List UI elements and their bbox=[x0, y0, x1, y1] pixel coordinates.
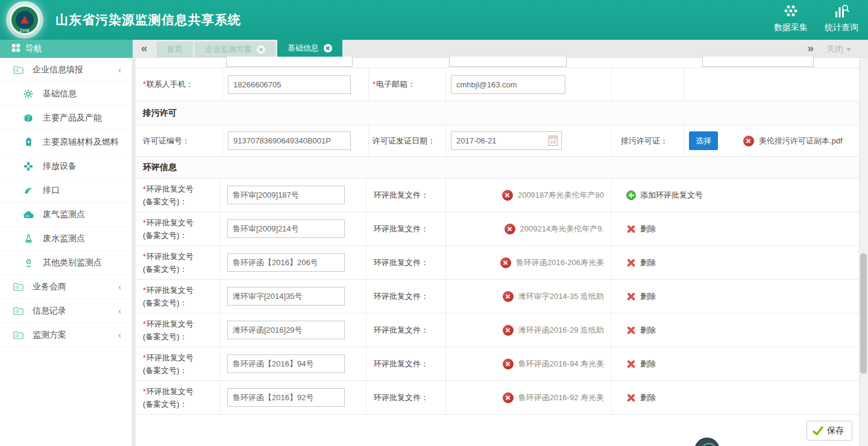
eia-file-label: 环评批复文件： bbox=[366, 313, 446, 347]
gas-cloud-icon: co bbox=[22, 210, 34, 219]
eia-file-label: 环评批复文件： bbox=[366, 212, 446, 245]
sidebar-item-waste-gas-points[interactable]: co 废气监测点 bbox=[0, 203, 132, 227]
eia-file-link[interactable]: 2009214寿光美伦年产9. bbox=[520, 224, 604, 234]
vertical-scrollbar-track[interactable] bbox=[859, 58, 868, 446]
nav-data-collection[interactable]: 数据采集 bbox=[774, 4, 808, 33]
sidebar-item-basic-info[interactable]: 基础信息 bbox=[0, 82, 132, 106]
calendar-icon[interactable]: 15 bbox=[549, 136, 558, 146]
eia-row: *环评批复文号 (备案文号)： 环评批复文件： 2009187寿光美伦年产80 … bbox=[136, 178, 859, 212]
sidebar-group-enterprise-info[interactable]: 企业信息填报 ‹ bbox=[0, 58, 132, 82]
close-tabs-label: 关闭 bbox=[826, 44, 843, 54]
location-icon bbox=[22, 258, 34, 268]
eia-file-link[interactable]: 鲁环评函2016-94 寿光美 bbox=[518, 359, 604, 369]
chevron-down-icon bbox=[846, 48, 851, 51]
eia-file-link[interactable]: 潍环评函2016-29 造纸助 bbox=[518, 325, 604, 336]
remove-file-icon[interactable] bbox=[743, 136, 754, 146]
remove-file-icon[interactable] bbox=[503, 291, 514, 302]
phone-label: *联系人手机： bbox=[136, 68, 223, 101]
delete-label: 删除 bbox=[640, 359, 656, 369]
eia-doc-no-input[interactable] bbox=[227, 253, 345, 272]
permit-section-title: 排污许可 bbox=[143, 108, 177, 119]
sidebar-item-waste-water-points[interactable]: 废水监测点 bbox=[0, 227, 132, 251]
sidebar-item-label: 主要产品及产能 bbox=[43, 113, 102, 124]
delete-eia-row-button[interactable]: 删除 bbox=[626, 392, 656, 403]
delete-eia-row-button[interactable]: 删除 bbox=[626, 325, 656, 336]
sidebar-item-other-points[interactable]: 其他类别监测点 bbox=[0, 251, 132, 275]
delete-eia-row-button[interactable]: 删除 bbox=[626, 359, 656, 369]
eia-row: *环评批复文号 (备案文号)： 环评批复文件： 鲁环评函2016-206寿光美 … bbox=[136, 246, 859, 280]
sidebar-item-raw-materials-fuel[interactable]: 主要原辅材料及燃料 bbox=[0, 130, 132, 154]
eia-file-link[interactable]: 鲁环评函2016-92 寿光美 bbox=[518, 392, 604, 403]
delete-label: 删除 bbox=[640, 325, 656, 336]
eia-doc-no-input[interactable] bbox=[227, 354, 345, 373]
eia-file-label: 环评批复文件： bbox=[366, 280, 446, 313]
choose-file-button[interactable]: 选择 bbox=[689, 131, 718, 150]
sidebar-group-label: 业务会商 bbox=[33, 281, 66, 292]
sidebar-item-main-products[interactable]: 主要产品及产能 bbox=[0, 106, 132, 130]
fuel-icon bbox=[22, 137, 34, 147]
remove-file-icon[interactable] bbox=[500, 257, 511, 268]
tabs-scroll-right-button[interactable]: » bbox=[807, 40, 814, 58]
sidebar-group-info-records[interactable]: 信息记录 ‹ bbox=[0, 299, 132, 323]
save-button-label: 保存 bbox=[827, 426, 844, 436]
eia-doc-label: *环评批复文号 (备案文号)： bbox=[136, 381, 220, 414]
delete-eia-row-button[interactable]: 删除 bbox=[626, 224, 656, 234]
cropped-input[interactable] bbox=[449, 57, 567, 67]
sidebar-group-monitor-plan[interactable]: 监测方案 ‹ bbox=[0, 323, 132, 347]
chevron-left-icon: ‹ bbox=[118, 64, 121, 75]
plus-circle-icon bbox=[626, 190, 636, 200]
phone-input[interactable] bbox=[228, 75, 351, 94]
delete-eia-row-button[interactable]: 删除 bbox=[626, 291, 656, 302]
cropped-input[interactable] bbox=[702, 57, 814, 67]
remove-file-icon[interactable] bbox=[503, 392, 514, 403]
fan-icon bbox=[22, 162, 34, 171]
close-tab-icon[interactable] bbox=[257, 45, 265, 54]
tabs-scroll-left-button[interactable]: « bbox=[141, 40, 148, 58]
cropped-input[interactable] bbox=[226, 57, 353, 67]
permit-no-input[interactable] bbox=[228, 131, 351, 150]
eia-file-link[interactable]: 2009187寿光美伦年产80 bbox=[518, 190, 604, 201]
eia-doc-label: *环评批复文号 (备案文号)： bbox=[136, 280, 220, 313]
permit-cert-label: 排污许可证： bbox=[612, 125, 684, 156]
tab-enterprise-monitor-plan[interactable]: 企业监测方案 bbox=[195, 42, 275, 57]
eia-row: *环评批复文号 (备案文号)： 环评批复文件： 潍环评函2016-29 造纸助 … bbox=[136, 313, 859, 347]
eia-doc-no-input[interactable] bbox=[227, 321, 345, 339]
nav-statistics-query[interactable]: 统计查询 bbox=[825, 4, 858, 33]
eia-doc-no-input[interactable] bbox=[227, 219, 345, 238]
eia-doc-no-input[interactable] bbox=[227, 388, 345, 407]
add-eia-doc-button[interactable]: 添加环评批复文号 bbox=[626, 190, 703, 201]
sidebar-group-business-consult[interactable]: 业务会商 ‹ bbox=[0, 275, 132, 299]
remove-file-icon[interactable] bbox=[502, 190, 513, 201]
vertical-scrollbar-thumb[interactable] bbox=[860, 253, 867, 374]
eia-file-link[interactable]: 鲁环评函2016-206寿光美 bbox=[516, 257, 604, 268]
sidebar-item-label: 废水监测点 bbox=[43, 233, 85, 244]
eia-doc-no-input[interactable] bbox=[227, 287, 345, 306]
email-input[interactable] bbox=[451, 75, 565, 94]
logo-text: ZHB bbox=[11, 28, 38, 33]
app-title: 山东省污染源监测信息共享系统 bbox=[55, 0, 241, 40]
close-tabs-dropdown[interactable]: 关闭 bbox=[826, 40, 851, 58]
tab-basic-info[interactable]: 基础信息 bbox=[277, 39, 342, 57]
sidebar-header-label: 导航 bbox=[25, 43, 42, 54]
sidebar-item-outlets[interactable]: 排口 bbox=[0, 178, 132, 203]
cropped-form-row bbox=[136, 58, 859, 68]
remove-file-icon[interactable] bbox=[505, 224, 515, 234]
permit-row: 许可证编号： 许可证发证日期： 15 排污许可证： 选择 美伦排污许可证副本.p… bbox=[136, 125, 859, 157]
tab-home[interactable]: 首页 bbox=[157, 42, 193, 57]
eia-section-header: 环评信息 bbox=[136, 157, 859, 178]
permit-file-link[interactable]: 美伦排污许可证副本.pdf bbox=[759, 136, 843, 146]
sidebar-item-label: 基础信息 bbox=[43, 89, 77, 99]
form-footer: 保存 bbox=[136, 415, 859, 446]
sidebar-item-label: 其他类别监测点 bbox=[43, 257, 102, 268]
sidebar-group-label: 监测方案 bbox=[33, 330, 66, 341]
outlet-icon bbox=[22, 186, 34, 195]
save-button[interactable]: 保存 bbox=[807, 421, 852, 441]
close-tab-icon[interactable] bbox=[324, 44, 332, 52]
remove-file-icon[interactable] bbox=[503, 359, 514, 369]
eia-file-link[interactable]: 潍环审字2014-35 造纸助 bbox=[518, 291, 604, 302]
permit-date-input[interactable] bbox=[451, 131, 562, 150]
remove-file-icon[interactable] bbox=[503, 325, 514, 336]
delete-eia-row-button[interactable]: 删除 bbox=[626, 257, 656, 268]
eia-doc-no-input[interactable] bbox=[227, 186, 345, 204]
sidebar-item-emission-equipment[interactable]: 排放设备 bbox=[0, 154, 132, 178]
